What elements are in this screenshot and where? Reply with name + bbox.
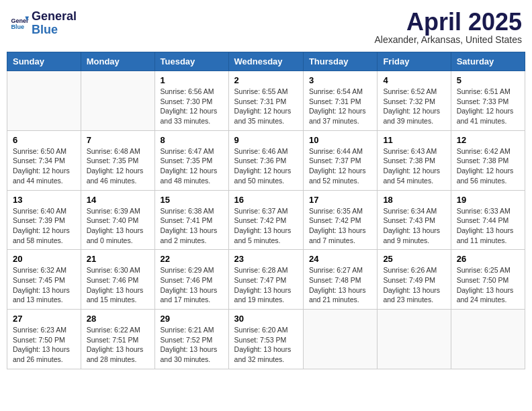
svg-text:Blue: Blue <box>11 24 24 30</box>
calendar-cell: 8Sunrise: 6:47 AM Sunset: 7:35 PM Daylig… <box>154 130 228 190</box>
day-info: Sunrise: 6:55 AM Sunset: 7:31 PM Dayligh… <box>234 87 298 126</box>
calendar-cell: 20Sunrise: 6:32 AM Sunset: 7:45 PM Dayli… <box>7 250 81 310</box>
day-info: Sunrise: 6:48 AM Sunset: 7:35 PM Dayligh… <box>87 146 149 186</box>
day-info: Sunrise: 6:51 AM Sunset: 7:33 PM Dayligh… <box>457 87 519 126</box>
day-info: Sunrise: 6:30 AM Sunset: 7:46 PM Dayligh… <box>87 265 149 305</box>
location-title: Alexander, Arkansas, United States <box>375 34 522 45</box>
calendar-cell <box>81 71 154 131</box>
calendar-cell: 24Sunrise: 6:27 AM Sunset: 7:48 PM Dayli… <box>303 250 377 310</box>
calendar-cell: 16Sunrise: 6:37 AM Sunset: 7:42 PM Dayli… <box>228 190 303 250</box>
calendar-cell: 2Sunrise: 6:55 AM Sunset: 7:31 PM Daylig… <box>228 71 303 131</box>
day-info: Sunrise: 6:46 AM Sunset: 7:36 PM Dayligh… <box>234 146 298 186</box>
calendar-cell: 29Sunrise: 6:21 AM Sunset: 7:52 PM Dayli… <box>154 310 228 369</box>
day-info: Sunrise: 6:34 AM Sunset: 7:43 PM Dayligh… <box>383 206 445 246</box>
calendar-cell: 4Sunrise: 6:52 AM Sunset: 7:32 PM Daylig… <box>378 71 451 131</box>
title-area: April 2025 Alexander, Arkansas, United S… <box>375 10 522 45</box>
day-info: Sunrise: 6:26 AM Sunset: 7:49 PM Dayligh… <box>383 265 445 305</box>
day-number: 2 <box>234 75 298 85</box>
day-info: Sunrise: 6:47 AM Sunset: 7:35 PM Dayligh… <box>161 146 223 186</box>
day-number: 4 <box>383 75 445 85</box>
day-number: 27 <box>13 314 75 324</box>
day-number: 12 <box>457 135 519 145</box>
day-number: 20 <box>13 254 75 264</box>
day-number: 16 <box>234 195 298 205</box>
day-info: Sunrise: 6:33 AM Sunset: 7:44 PM Dayligh… <box>457 206 519 246</box>
calendar-cell: 22Sunrise: 6:29 AM Sunset: 7:46 PM Dayli… <box>154 250 228 310</box>
calendar-cell: 27Sunrise: 6:23 AM Sunset: 7:50 PM Dayli… <box>7 310 81 369</box>
day-of-week-header: Sunday <box>7 52 81 71</box>
calendar-cell <box>303 310 377 369</box>
day-number: 30 <box>234 314 298 324</box>
calendar: SundayMondayTuesdayWednesdayThursdayFrid… <box>7 52 525 369</box>
day-info: Sunrise: 6:39 AM Sunset: 7:40 PM Dayligh… <box>87 206 149 246</box>
day-number: 26 <box>457 254 519 264</box>
day-info: Sunrise: 6:23 AM Sunset: 7:50 PM Dayligh… <box>13 325 75 365</box>
day-info: Sunrise: 6:32 AM Sunset: 7:45 PM Dayligh… <box>13 265 75 305</box>
day-info: Sunrise: 6:37 AM Sunset: 7:42 PM Dayligh… <box>234 206 298 246</box>
day-of-week-header: Saturday <box>451 52 525 71</box>
day-number: 15 <box>161 195 223 205</box>
day-number: 25 <box>383 254 445 264</box>
day-info: Sunrise: 6:35 AM Sunset: 7:42 PM Dayligh… <box>309 206 371 246</box>
day-number: 21 <box>87 254 149 264</box>
calendar-cell: 23Sunrise: 6:28 AM Sunset: 7:47 PM Dayli… <box>228 250 303 310</box>
day-number: 8 <box>161 135 223 145</box>
calendar-cell: 28Sunrise: 6:22 AM Sunset: 7:51 PM Dayli… <box>81 310 154 369</box>
day-info: Sunrise: 6:22 AM Sunset: 7:51 PM Dayligh… <box>87 325 149 365</box>
calendar-cell: 11Sunrise: 6:43 AM Sunset: 7:38 PM Dayli… <box>378 130 451 190</box>
calendar-cell: 25Sunrise: 6:26 AM Sunset: 7:49 PM Dayli… <box>378 250 451 310</box>
calendar-cell: 14Sunrise: 6:39 AM Sunset: 7:40 PM Dayli… <box>81 190 154 250</box>
day-number: 29 <box>161 314 223 324</box>
day-number: 24 <box>309 254 371 264</box>
day-number: 28 <box>87 314 149 324</box>
day-number: 5 <box>457 75 519 85</box>
calendar-cell <box>7 71 81 131</box>
day-info: Sunrise: 6:56 AM Sunset: 7:30 PM Dayligh… <box>161 87 223 126</box>
month-title: April 2025 <box>375 10 522 34</box>
calendar-cell <box>451 310 525 369</box>
calendar-cell: 30Sunrise: 6:20 AM Sunset: 7:53 PM Dayli… <box>228 310 303 369</box>
day-info: Sunrise: 6:29 AM Sunset: 7:46 PM Dayligh… <box>161 265 223 305</box>
calendar-cell: 18Sunrise: 6:34 AM Sunset: 7:43 PM Dayli… <box>378 190 451 250</box>
day-info: Sunrise: 6:44 AM Sunset: 7:37 PM Dayligh… <box>309 146 371 186</box>
day-number: 3 <box>309 75 371 85</box>
day-number: 7 <box>87 135 149 145</box>
day-info: Sunrise: 6:42 AM Sunset: 7:38 PM Dayligh… <box>457 146 519 186</box>
logo-text: GeneralBlue <box>32 10 77 37</box>
calendar-cell: 21Sunrise: 6:30 AM Sunset: 7:46 PM Dayli… <box>81 250 154 310</box>
day-number: 13 <box>13 195 75 205</box>
day-of-week-header: Thursday <box>303 52 377 71</box>
logo-icon: General Blue <box>10 14 29 33</box>
day-number: 22 <box>161 254 223 264</box>
calendar-cell: 13Sunrise: 6:40 AM Sunset: 7:39 PM Dayli… <box>7 190 81 250</box>
day-number: 10 <box>309 135 371 145</box>
day-info: Sunrise: 6:21 AM Sunset: 7:52 PM Dayligh… <box>161 325 223 365</box>
day-info: Sunrise: 6:25 AM Sunset: 7:50 PM Dayligh… <box>457 265 519 305</box>
calendar-cell: 17Sunrise: 6:35 AM Sunset: 7:42 PM Dayli… <box>303 190 377 250</box>
calendar-cell: 9Sunrise: 6:46 AM Sunset: 7:36 PM Daylig… <box>228 130 303 190</box>
calendar-cell <box>378 310 451 369</box>
day-number: 14 <box>87 195 149 205</box>
day-number: 6 <box>13 135 75 145</box>
day-info: Sunrise: 6:50 AM Sunset: 7:34 PM Dayligh… <box>13 146 75 186</box>
day-number: 11 <box>383 135 445 145</box>
day-number: 17 <box>309 195 371 205</box>
day-info: Sunrise: 6:52 AM Sunset: 7:32 PM Dayligh… <box>383 87 445 126</box>
calendar-cell: 26Sunrise: 6:25 AM Sunset: 7:50 PM Dayli… <box>451 250 525 310</box>
logo: General Blue GeneralBlue <box>10 10 77 37</box>
day-of-week-header: Wednesday <box>228 52 303 71</box>
calendar-cell: 12Sunrise: 6:42 AM Sunset: 7:38 PM Dayli… <box>451 130 525 190</box>
day-info: Sunrise: 6:27 AM Sunset: 7:48 PM Dayligh… <box>309 265 371 305</box>
day-number: 19 <box>457 195 519 205</box>
day-of-week-header: Tuesday <box>154 52 228 71</box>
day-info: Sunrise: 6:38 AM Sunset: 7:41 PM Dayligh… <box>161 206 223 246</box>
day-info: Sunrise: 6:40 AM Sunset: 7:39 PM Dayligh… <box>13 206 75 246</box>
calendar-cell: 19Sunrise: 6:33 AM Sunset: 7:44 PM Dayli… <box>451 190 525 250</box>
day-number: 9 <box>234 135 298 145</box>
calendar-cell: 15Sunrise: 6:38 AM Sunset: 7:41 PM Dayli… <box>154 190 228 250</box>
calendar-cell: 5Sunrise: 6:51 AM Sunset: 7:33 PM Daylig… <box>451 71 525 131</box>
day-info: Sunrise: 6:28 AM Sunset: 7:47 PM Dayligh… <box>234 265 298 305</box>
day-info: Sunrise: 6:43 AM Sunset: 7:38 PM Dayligh… <box>383 146 445 186</box>
day-of-week-header: Monday <box>81 52 154 71</box>
header: General Blue GeneralBlue April 2025 Alex… <box>7 7 525 45</box>
